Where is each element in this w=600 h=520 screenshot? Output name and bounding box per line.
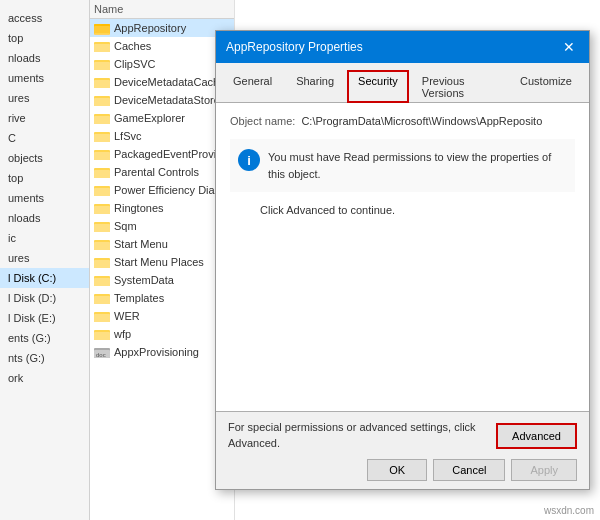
dialog-close-button[interactable]: ✕ [559,37,579,57]
svg-rect-12 [94,116,110,124]
sidebar-item-docs-g2[interactable]: nts (G:) [0,348,89,368]
sidebar: access top nloads uments ures rive C obj… [0,0,90,520]
folder-icon [94,147,110,161]
sidebar-item-pictures2[interactable]: ures [0,248,89,268]
svg-rect-8 [94,80,110,88]
folder-icon [94,291,110,305]
sidebar-item-docs-g1[interactable]: ents (G:) [0,328,89,348]
svg-rect-26 [94,242,110,250]
advanced-button[interactable]: Advanced [496,423,577,449]
footer-buttons: OK Cancel Apply [228,459,577,481]
svg-text:doc: doc [96,352,106,358]
tab-customize[interactable]: Customize [509,70,583,103]
sidebar-item-documents2[interactable]: uments [0,188,89,208]
list-item-appxprovisioning[interactable]: doc AppxProvisioning [90,343,234,361]
folder-icon [94,327,110,341]
folder-icon [94,273,110,287]
object-name-label: Object name: [230,115,295,127]
list-item-start-menu-places[interactable]: Start Menu Places [90,253,234,271]
folder-icon: doc [94,345,110,359]
sidebar-item-drive[interactable]: rive [0,108,89,128]
sidebar-item-objects[interactable]: objects [0,148,89,168]
svg-rect-20 [94,188,110,196]
properties-dialog: AppRepository Properties ✕ General Shari… [215,30,590,490]
list-item-gameexplorer[interactable]: GameExplorer [90,109,234,127]
svg-rect-24 [94,224,110,232]
sidebar-item-local-c[interactable]: l Disk (C:) [0,268,89,288]
list-item-sqm[interactable]: Sqm [90,217,234,235]
sidebar-item-c[interactable]: C [0,128,89,148]
folder-icon [94,309,110,323]
tab-sharing[interactable]: Sharing [285,70,345,103]
sidebar-item-pictures1[interactable]: ures [0,88,89,108]
sidebar-item-network[interactable]: ork [0,368,89,388]
sidebar-item-downloads2[interactable]: nloads [0,208,89,228]
folder-icon [94,21,110,35]
dialog-tabs: General Sharing Security Previous Versio… [216,63,589,103]
object-name-value: C:\ProgramData\Microsoft\Windows\AppRepo… [301,115,542,127]
file-list: Name AppRepository Caches ClipSVC Device… [90,0,235,520]
object-name-row: Object name: C:\ProgramData\Microsoft\Wi… [230,115,575,127]
sidebar-item-music[interactable]: ic [0,228,89,248]
footer-permissions-text: For special permissions or advanced sett… [228,420,486,451]
sidebar-item-local-d[interactable]: l Disk (D:) [0,288,89,308]
dialog-title: AppRepository Properties [226,40,363,54]
sidebar-item-top2[interactable]: top [0,168,89,188]
svg-rect-32 [94,296,110,304]
list-item-devicemetadatastor[interactable]: DeviceMetadataStore [90,91,234,109]
sidebar-item-access[interactable]: access [0,8,89,28]
svg-rect-34 [94,314,110,322]
list-item-templates[interactable]: Templates [90,289,234,307]
folder-icon [94,183,110,197]
folder-icon [94,57,110,71]
list-item-devicemetadatacach[interactable]: DeviceMetadataCach [90,73,234,91]
svg-rect-14 [94,134,110,142]
list-item-wfp[interactable]: wfp [90,325,234,343]
watermark: wsxdn.com [544,505,594,516]
sidebar-item-downloads1[interactable]: nloads [0,48,89,68]
svg-rect-10 [94,98,110,106]
folder-icon [94,93,110,107]
sidebar-item-documents1[interactable]: uments [0,68,89,88]
sidebar-item-top1[interactable]: top [0,28,89,48]
click-advanced-label: Click Advanced to continue. [260,204,575,216]
sidebar-item-local-e[interactable]: l Disk (E:) [0,308,89,328]
list-item-systemdata[interactable]: SystemData [90,271,234,289]
folder-icon [94,165,110,179]
file-list-header: Name [90,0,234,19]
folder-icon [94,129,110,143]
list-item-packagedeventprovi[interactable]: PackagedEventProvi [90,145,234,163]
tab-previous-versions[interactable]: Previous Versions [411,70,507,103]
tab-security[interactable]: Security [347,70,409,103]
tab-general[interactable]: General [222,70,283,103]
list-item-caches[interactable]: Caches [90,37,234,55]
list-item-ringtones[interactable]: Ringtones [90,199,234,217]
svg-rect-22 [94,206,110,214]
folder-icon [94,39,110,53]
dialog-footer: For special permissions or advanced sett… [216,411,589,489]
cancel-button[interactable]: Cancel [433,459,505,481]
folder-icon [94,111,110,125]
dialog-content-area: Object name: C:\ProgramData\Microsoft\Wi… [216,103,589,411]
apply-button[interactable]: Apply [511,459,577,481]
folder-icon [94,255,110,269]
list-item-power-efficiency[interactable]: Power Efficiency Dia [90,181,234,199]
list-item-apprepository[interactable]: AppRepository [90,19,234,37]
info-box: i You must have Read permissions to view… [230,139,575,192]
svg-rect-18 [94,170,110,178]
list-item-lfsvc[interactable]: LfSvc [90,127,234,145]
info-message: You must have Read permissions to view t… [268,149,567,182]
list-item-wer[interactable]: WER [90,307,234,325]
svg-rect-36 [94,332,110,340]
list-item-clipsvc[interactable]: ClipSVC [90,55,234,73]
folder-icon [94,75,110,89]
svg-rect-4 [94,44,110,52]
folder-icon [94,201,110,215]
ok-button[interactable]: OK [367,459,427,481]
list-item-start-menu[interactable]: Start Menu [90,235,234,253]
folder-icon [94,237,110,251]
svg-rect-28 [94,260,110,268]
svg-rect-6 [94,62,110,70]
list-item-parental-controls[interactable]: Parental Controls [90,163,234,181]
svg-rect-16 [94,152,110,160]
